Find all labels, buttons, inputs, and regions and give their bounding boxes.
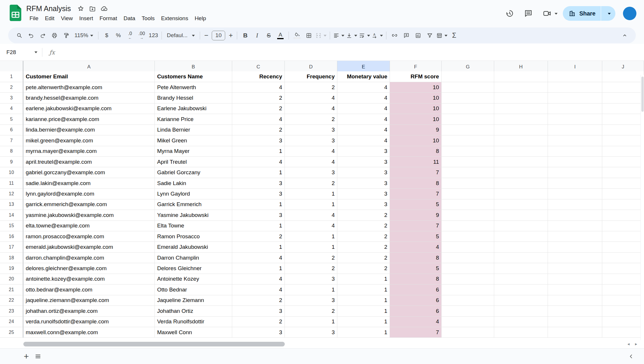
row-header-13[interactable]: 13 — [0, 199, 23, 210]
all-sheets-menu-icon[interactable] — [32, 351, 44, 362]
cell-A9[interactable]: april.treutel@example.com — [23, 157, 155, 167]
cell-B2[interactable]: Pete Altenwerth — [155, 82, 232, 93]
cell-C10[interactable]: 1 — [232, 167, 285, 178]
table-icon[interactable] — [436, 30, 447, 41]
cell-E4[interactable]: 4 — [337, 103, 390, 114]
cell-E7[interactable]: 4 — [337, 135, 390, 146]
cell-B7[interactable]: Mikel Green — [155, 135, 232, 146]
collapse-side-panel-icon[interactable] — [625, 351, 637, 362]
format-percent-button[interactable]: % — [113, 30, 123, 41]
cell-I3[interactable] — [548, 93, 602, 103]
cell-I20[interactable] — [548, 274, 602, 284]
redo-icon[interactable] — [38, 30, 48, 41]
cell-C5[interactable]: 4 — [232, 114, 285, 125]
cell-C1[interactable]: Recency — [232, 71, 285, 82]
cell-A22[interactable]: jaqueline.ziemann@example.com — [23, 295, 155, 306]
scroll-left-arrow[interactable]: ◄ — [625, 341, 632, 347]
star-icon[interactable] — [77, 5, 85, 12]
cell-A23[interactable]: johathan.ortiz@example.com — [23, 306, 155, 316]
cell-B16[interactable]: Ramon Prosacco — [155, 231, 232, 242]
cell-B18[interactable]: Darron Champlin — [155, 253, 232, 263]
text-wrapping-control[interactable] — [359, 30, 370, 41]
functions-button[interactable]: Σ — [449, 30, 459, 41]
cell-F19[interactable]: 5 — [390, 263, 442, 274]
cell-I13[interactable] — [548, 199, 602, 210]
cell-F16[interactable]: 5 — [390, 231, 442, 242]
cell-C11[interactable]: 3 — [232, 178, 285, 189]
menu-tools[interactable]: Tools — [138, 14, 158, 23]
cell-G20[interactable] — [442, 274, 494, 284]
cell-H25[interactable] — [494, 327, 548, 338]
cell-G8[interactable] — [442, 146, 494, 157]
menu-format[interactable]: Format — [96, 14, 120, 23]
row-header-7[interactable]: 7 — [0, 135, 23, 146]
cell-D13[interactable]: 1 — [285, 199, 337, 210]
cell-B1[interactable]: Customers Name — [155, 71, 232, 82]
cell-F1[interactable]: RFM score — [390, 71, 442, 82]
cell-B4[interactable]: Earlene Jakubowski — [155, 103, 232, 114]
cell-E12[interactable]: 3 — [337, 189, 390, 199]
cell-G13[interactable] — [442, 199, 494, 210]
cell-I2[interactable] — [548, 82, 602, 93]
cloud-status-icon[interactable] — [100, 5, 108, 12]
cell-H16[interactable] — [494, 231, 548, 242]
cell-F25[interactable]: 7 — [390, 327, 442, 338]
cell-J23[interactable] — [602, 306, 644, 316]
cell-E11[interactable]: 3 — [337, 178, 390, 189]
row-header-20[interactable]: 20 — [0, 274, 23, 284]
text-rotation-control[interactable]: A — [372, 30, 383, 41]
merge-cells-button[interactable] — [315, 30, 327, 41]
cell-F9[interactable]: 11 — [390, 157, 442, 167]
cell-J14[interactable] — [602, 210, 644, 220]
cell-B15[interactable]: Elta Towne — [155, 221, 232, 231]
cell-C21[interactable]: 4 — [232, 284, 285, 295]
cell-H4[interactable] — [494, 103, 548, 114]
menu-extensions[interactable]: Extensions — [158, 14, 191, 23]
cell-A20[interactable]: antoinette.kozey@example.com — [23, 274, 155, 284]
cell-H15[interactable] — [494, 221, 548, 231]
meet-video-control[interactable] — [538, 9, 558, 18]
cell-B23[interactable]: Johathan Ortiz — [155, 306, 232, 316]
cell-D14[interactable]: 4 — [285, 210, 337, 220]
search-icon[interactable] — [14, 30, 24, 41]
row-header-24[interactable]: 24 — [0, 317, 23, 327]
cell-A15[interactable]: elta.towne@example.com — [23, 221, 155, 231]
scroll-right-arrow[interactable]: ► — [632, 341, 640, 347]
cell-F8[interactable]: 8 — [390, 146, 442, 157]
cell-H19[interactable] — [494, 263, 548, 274]
cell-C16[interactable]: 2 — [232, 231, 285, 242]
cell-B10[interactable]: Gabriel Gorczany — [155, 167, 232, 178]
cell-I11[interactable] — [548, 178, 602, 189]
cell-H17[interactable] — [494, 242, 548, 252]
row-header-5[interactable]: 5 — [0, 114, 23, 125]
collapse-toolbar-icon[interactable] — [620, 30, 630, 41]
cell-B20[interactable]: Antoinette Kozey — [155, 274, 232, 284]
cell-D22[interactable]: 3 — [285, 295, 337, 306]
cell-J20[interactable] — [602, 274, 644, 284]
cell-D9[interactable]: 4 — [285, 157, 337, 167]
row-header-9[interactable]: 9 — [0, 157, 23, 167]
row-header-16[interactable]: 16 — [0, 231, 23, 242]
cell-G21[interactable] — [442, 284, 494, 295]
row-header-17[interactable]: 17 — [0, 242, 23, 252]
cell-E10[interactable]: 3 — [337, 167, 390, 178]
vertical-align-control[interactable] — [346, 30, 357, 41]
cell-H8[interactable] — [494, 146, 548, 157]
cell-H3[interactable] — [494, 93, 548, 103]
cell-F21[interactable]: 6 — [390, 284, 442, 295]
cell-D12[interactable]: 1 — [285, 189, 337, 199]
decrease-decimal-button[interactable]: .0← — [125, 30, 135, 41]
cell-E20[interactable]: 1 — [337, 274, 390, 284]
cell-J2[interactable] — [602, 82, 644, 93]
cell-C18[interactable]: 4 — [232, 253, 285, 263]
cell-D23[interactable]: 2 — [285, 306, 337, 316]
cell-C3[interactable]: 2 — [232, 93, 285, 103]
cell-A24[interactable]: verda.runolfsdottir@example.com — [23, 317, 155, 327]
horizontal-align-control[interactable] — [333, 30, 344, 41]
row-header-6[interactable]: 6 — [0, 125, 23, 135]
cell-G22[interactable] — [442, 295, 494, 306]
cell-B21[interactable]: Otto Bednar — [155, 284, 232, 295]
cell-G10[interactable] — [442, 167, 494, 178]
cell-D19[interactable]: 2 — [285, 263, 337, 274]
cell-E3[interactable]: 4 — [337, 93, 390, 103]
